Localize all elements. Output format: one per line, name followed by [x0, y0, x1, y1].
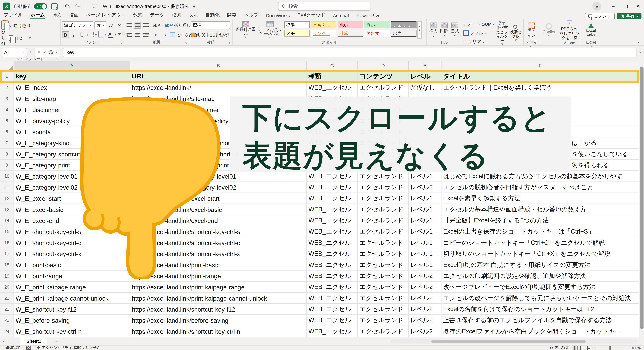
cell-F17[interactable]: 切り取りのショートカットキー「Ctrl+X」をエクセルで解説 — [442, 248, 639, 260]
cell-D20[interactable]: エクセルランド — [358, 282, 409, 293]
cell-A14[interactable]: W_E_excel-end — [14, 215, 130, 226]
font-name-select[interactable]: 游ゴシック∨ — [62, 21, 94, 29]
cell-style-chip[interactable]: 警告文 — [364, 29, 390, 36]
cell-F18[interactable]: Excel印刷の基本!白黒にする・用紙サイズの変更方法 — [442, 260, 639, 271]
document-title[interactable]: W_E_fixed-window-frame.xlsx • 保存済み ∨ — [103, 3, 195, 9]
cell-F14[interactable]: 【完全版】Excelを終了する5つの方法 — [442, 215, 639, 226]
italic-button[interactable]: I — [70, 31, 77, 38]
decrease-decimal-icon[interactable]: .00→0 — [225, 32, 230, 37]
cell-A17[interactable]: W_E_shortcut-key-ctrl-x — [14, 248, 130, 260]
cell-C2[interactable]: WEB_エクセル — [307, 82, 358, 93]
cell-A4[interactable]: W_E_disclaimer — [14, 104, 130, 115]
cell-B22[interactable]: https://excel-land.link/shortcut-key-f12 — [130, 304, 307, 315]
cell-D21[interactable]: エクセルランド — [358, 293, 409, 304]
accounting-format-icon[interactable] — [190, 32, 196, 37]
cell-F1[interactable]: タイトル — [442, 71, 639, 82]
enter-icon[interactable]: ✓ — [43, 50, 47, 55]
cell-E23[interactable]: レベル2 — [409, 315, 442, 326]
sheet-nav-left-icon[interactable]: ‹ — [3, 339, 4, 344]
search-input[interactable]: 検索 — [278, 2, 370, 11]
excel-labs-button[interactable]: Excel Labs — [582, 20, 600, 39]
name-box[interactable]: A1 ∨ — [2, 48, 27, 57]
gallery-more-icon[interactable]: ≡ — [419, 32, 420, 34]
cell-A19[interactable]: W_E_print-range — [14, 271, 130, 282]
cell-D2[interactable]: エクセルランド — [358, 82, 409, 93]
comma-style-icon[interactable]: , — [208, 31, 215, 38]
cell-B17[interactable]: https://excel-land.link/shortcut-key-ctr… — [130, 248, 307, 260]
cell-style-chip[interactable]: チェッ... — [391, 21, 416, 28]
borders-icon[interactable] — [93, 32, 94, 37]
horizontal-scrollbar-thumb[interactable] — [431, 340, 586, 343]
autosum-button[interactable]: Σオート SUM∨ — [463, 22, 495, 28]
cell-E21[interactable]: レベル2 — [409, 293, 442, 304]
expand-formula-bar-icon[interactable]: ∨ — [639, 50, 642, 54]
conditional-formatting-button[interactable]: 条件付き書式 ∨ — [234, 20, 257, 39]
dialog-launcher-icon[interactable]: ↘ — [228, 40, 231, 45]
row-header-5[interactable]: 5 — [0, 115, 14, 126]
cell-style-chip[interactable]: どちら... — [311, 21, 336, 28]
row-header-23[interactable]: 23 — [0, 315, 14, 326]
dialog-launcher-icon[interactable]: ↘ — [184, 40, 187, 45]
align-middle-icon[interactable] — [134, 22, 141, 29]
cell-C19[interactable]: WEB_エクセル — [307, 271, 358, 282]
insert-cells-button[interactable]: 挿入∨ — [429, 20, 438, 39]
sort-filter-button[interactable]: AZ 並べ替えとフィルター ∨ — [495, 20, 510, 46]
delete-cells-button[interactable]: 削除∨ — [440, 20, 448, 39]
close-button[interactable]: ✕ — [632, 0, 644, 12]
row-header-1[interactable]: 1 — [0, 71, 14, 82]
cell-B16[interactable]: https://excel-land.link/shortcut-key-ctr… — [130, 237, 307, 248]
insert-function-icon[interactable]: fx — [49, 49, 53, 55]
cell-C15[interactable]: WEB_エクセル — [307, 226, 358, 237]
cell-B20[interactable]: https://excel-land.link/print-kaipage-ra… — [130, 282, 307, 293]
align-left-icon[interactable] — [126, 31, 133, 38]
cell-D23[interactable]: エクセルランド — [358, 315, 409, 326]
comments-button[interactable]: コメント — [585, 13, 615, 20]
dialog-launcher-icon[interactable]: ↘ — [120, 40, 122, 45]
cell-E1[interactable]: レベル — [409, 71, 442, 82]
cell-C24[interactable]: WEB_エクセル — [307, 326, 358, 337]
account-avatar[interactable] — [592, 2, 601, 11]
cell-C23[interactable]: WEB_エクセル — [307, 315, 358, 326]
cell-C12[interactable]: WEB_エクセル — [307, 193, 358, 204]
ribbon-tab-ファイル[interactable]: ファイル — [0, 12, 27, 19]
row-header-11[interactable]: 11 — [0, 182, 14, 193]
increase-indent-icon[interactable]: ⇥ — [161, 31, 168, 38]
row-header-20[interactable]: 20 — [0, 282, 14, 293]
cell-C1[interactable]: 種類 — [307, 71, 358, 82]
minimize-button[interactable]: – — [607, 0, 619, 12]
cell-E12[interactable]: レベル1 — [409, 193, 442, 204]
fill-button[interactable]: ↓フィル∨ — [463, 30, 495, 36]
ribbon-tab-Power Pivot[interactable]: Power Pivot — [353, 13, 386, 19]
vertical-scrollbar-thumb[interactable] — [640, 66, 644, 329]
copilot-button[interactable]: Copilot ∨ — [542, 20, 555, 39]
row-header-19[interactable]: 19 — [0, 271, 14, 282]
cell-E19[interactable]: レベル2 — [409, 271, 442, 282]
phonetic-button[interactable]: ア亜 — [118, 31, 125, 38]
cell-D24[interactable]: エクセルランド — [358, 326, 409, 337]
fill-color-button[interactable] — [98, 31, 104, 38]
column-header-C[interactable]: C — [307, 61, 358, 71]
ribbon-tab-表示[interactable]: 表示 — [185, 12, 202, 19]
cell-D18[interactable]: エクセルランド — [358, 260, 409, 271]
row-header-16[interactable]: 16 — [0, 237, 14, 248]
cell-B24[interactable]: https://excel-land.link/shortcut-key-ctr… — [130, 326, 307, 337]
normal-view-button[interactable] — [573, 346, 576, 350]
ribbon-tab-挿入[interactable]: 挿入 — [48, 12, 65, 19]
zoom-in-button[interactable]: + — [626, 346, 628, 350]
ribbon-tab-ページ レイアウト[interactable]: ページ レイアウト — [82, 12, 130, 19]
row-header-21[interactable]: 21 — [0, 293, 14, 304]
redo-icon[interactable]: ↷ᵛ — [75, 3, 80, 9]
cell-D14[interactable]: エクセルランド — [358, 215, 409, 226]
cell-F21[interactable]: エクセルの改ページを解除しても元に戻らないケースとその対処法 — [442, 293, 639, 304]
row-header-3[interactable]: 3 — [0, 93, 14, 104]
cell-F15[interactable]: Excelの上書き保存のショートカットキーは「Ctrl+S」 — [442, 226, 639, 237]
cell-D13[interactable]: エクセルランド — [358, 204, 409, 215]
row-header-6[interactable]: 6 — [0, 126, 14, 137]
increase-font-icon[interactable]: A^ — [108, 22, 115, 29]
cell-D11[interactable]: エクセルランド — [358, 182, 409, 193]
cell-E16[interactable]: レベル1 — [409, 237, 442, 248]
format-cells-button[interactable]: 書式∨ — [451, 20, 459, 39]
number-format-select[interactable]: 標準∨ — [190, 21, 230, 29]
cell-F11[interactable]: エクセルの脱初心者を目指す方がマスターすべきこと — [442, 182, 639, 193]
cell-D17[interactable]: エクセルランド — [358, 248, 409, 260]
